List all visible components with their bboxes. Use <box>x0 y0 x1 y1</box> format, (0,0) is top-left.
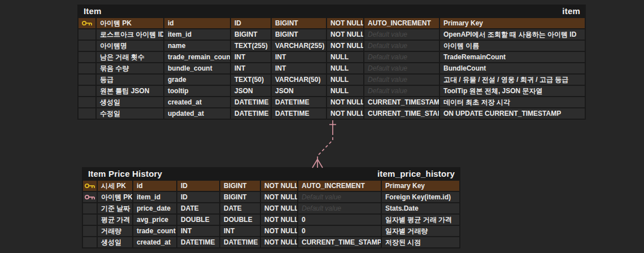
key-cell[interactable] <box>83 215 97 225</box>
column-default[interactable]: Default value <box>364 29 439 40</box>
column-nullable[interactable]: NOT NULL <box>327 18 363 28</box>
column-nullable[interactable]: NOT NULL <box>261 237 297 247</box>
column-label[interactable]: 거래량 <box>98 226 132 236</box>
column-type[interactable]: JSON <box>272 86 326 96</box>
column-comment[interactable]: OpenAPI에서 조회할 때 사용하는 아이템 ID <box>440 29 585 40</box>
column-domain[interactable]: ID <box>231 18 271 28</box>
key-cell[interactable] <box>83 192 97 202</box>
column-default[interactable]: Default value <box>364 63 439 73</box>
column-label[interactable]: 아이템 PK <box>98 192 132 202</box>
column-default[interactable]: CURRENT_TIME_STAMP <box>364 108 439 119</box>
column-name[interactable]: tooltip <box>164 86 230 96</box>
column-type[interactable]: BIGINT <box>272 29 326 40</box>
column-domain[interactable]: ID <box>177 181 219 191</box>
column-nullable[interactable]: NULL <box>327 63 363 73</box>
key-cell[interactable] <box>79 63 95 73</box>
column-type[interactable]: DATETIME <box>220 237 260 247</box>
column-default[interactable]: AUTO_INCREMENT <box>298 181 381 191</box>
column-name[interactable]: grade <box>164 75 230 85</box>
key-cell[interactable] <box>83 203 97 213</box>
column-nullable[interactable]: NOT NULL <box>327 108 363 119</box>
column-domain[interactable]: DATETIME <box>231 97 271 107</box>
column-comment[interactable]: 저장된 시점 <box>382 237 459 247</box>
column-label[interactable]: 평균 가격 <box>98 215 132 225</box>
column-name[interactable]: created_at <box>164 97 230 107</box>
key-cell[interactable] <box>83 181 97 191</box>
column-domain[interactable]: TEXT(255) <box>231 41 271 51</box>
table-item[interactable]: Item item 아이템 PKidIDBIGINTNOT NULLAUTO_I… <box>77 5 586 120</box>
column-comment[interactable]: TradeRemainCount <box>440 52 585 62</box>
column-label[interactable]: 등급 <box>97 75 163 85</box>
column-nullable[interactable]: NOT NULL <box>261 181 297 191</box>
column-nullable[interactable]: NULL <box>327 52 363 62</box>
column-label[interactable]: 아이템명 <box>97 41 163 51</box>
column-domain[interactable]: INT <box>231 63 271 73</box>
column-label[interactable]: 로스트아크 아이템 ID <box>97 29 163 40</box>
table-item-title-bar[interactable]: Item item <box>77 5 586 17</box>
column-comment[interactable]: Primary Key <box>440 18 585 28</box>
column-label[interactable]: 생성일 <box>97 97 163 107</box>
column-domain[interactable]: INT <box>177 226 219 236</box>
table-item-price-history[interactable]: Item Price History item_price_history 시세… <box>82 167 460 248</box>
column-label[interactable]: 기준 날짜 <box>98 203 132 213</box>
column-nullable[interactable]: NOT NULL <box>327 97 363 107</box>
column-domain[interactable]: DATE <box>177 203 219 213</box>
column-type[interactable]: VARCHAR(255) <box>272 41 326 51</box>
column-label[interactable]: 묶음 수량 <box>97 63 163 73</box>
column-default[interactable]: Default value <box>298 192 381 202</box>
key-cell[interactable] <box>79 108 95 119</box>
table-row[interactable]: 생성일created_atDATETIMEDATETIMENOT NULLCUR… <box>79 97 585 107</box>
table-row[interactable]: 수정일updated_atDATETIMEDATETIMENOT NULLCUR… <box>79 108 585 119</box>
column-default[interactable]: CURRENT_TIME_STAMP <box>298 237 381 247</box>
column-comment[interactable]: 일자별 평균 거래 가격 <box>382 215 459 225</box>
column-name[interactable]: item_id <box>164 29 230 40</box>
column-type[interactable]: BIGINT <box>220 192 260 202</box>
column-comment[interactable]: 데이터 최초 저장 시각 <box>440 97 585 107</box>
column-label[interactable]: 시세 PK <box>98 181 132 191</box>
column-nullable[interactable]: NOT NULL <box>261 192 297 202</box>
table-row[interactable]: 남은 거래 횟수trade_remain_countINTINTNULLDefa… <box>79 52 585 62</box>
key-cell[interactable] <box>79 86 95 96</box>
column-nullable[interactable]: NOT NULL <box>327 41 363 51</box>
column-nullable[interactable]: NOT NULL <box>327 29 363 40</box>
column-default[interactable]: Default value <box>364 52 439 62</box>
column-type[interactable]: INT <box>272 63 326 73</box>
key-cell[interactable] <box>83 226 97 236</box>
key-cell[interactable] <box>79 18 95 28</box>
column-name[interactable]: item_id <box>133 192 176 202</box>
column-comment[interactable]: 고대 / 유물 / 전설 / 영웅 / 희귀 / 고급 등급 <box>440 75 585 85</box>
column-default[interactable]: Default value <box>364 41 439 51</box>
column-type[interactable]: INT <box>272 52 326 62</box>
column-nullable[interactable]: NULL <box>327 86 363 96</box>
key-cell[interactable] <box>79 75 95 85</box>
column-nullable[interactable]: NOT NULL <box>261 215 297 225</box>
column-label[interactable]: 생성일 <box>98 237 132 247</box>
column-name[interactable]: id <box>164 18 230 28</box>
column-type[interactable]: DATE <box>220 203 260 213</box>
key-cell[interactable] <box>79 41 95 51</box>
table-row[interactable]: 묶음 수량bundle_countINTINTNULLDefault value… <box>79 63 585 73</box>
table-row[interactable]: 등급gradeTEXT(50)VARCHAR(50)NULLDefault va… <box>79 75 585 85</box>
column-name[interactable]: created_at <box>133 237 176 247</box>
column-type[interactable]: BIGINT <box>220 181 260 191</box>
table-row[interactable]: 생성일created_atDATETIMEDATETIMENOT NULLCUR… <box>83 237 459 247</box>
key-cell[interactable] <box>79 29 95 40</box>
key-cell[interactable] <box>79 97 95 107</box>
column-name[interactable]: trade_remain_count <box>164 52 230 62</box>
table-row[interactable]: 로스트아크 아이템 IDitem_idBIGINTBIGINTNOT NULLD… <box>79 29 585 40</box>
column-type[interactable]: DOUBLE <box>220 215 260 225</box>
column-comment[interactable]: ToolTip 원본 전체, JSON 문자열 <box>440 86 585 96</box>
column-type[interactable]: BIGINT <box>272 18 326 28</box>
column-label[interactable]: 원본 툴팁 JSON <box>97 86 163 96</box>
column-type[interactable]: DATETIME <box>272 97 326 107</box>
column-domain[interactable]: TEXT(50) <box>231 75 271 85</box>
column-comment[interactable]: 일자별 거래량 <box>382 226 459 236</box>
column-nullable[interactable]: NOT NULL <box>261 203 297 213</box>
column-default[interactable]: 0 <box>298 215 381 225</box>
column-type[interactable]: VARCHAR(50) <box>272 75 326 85</box>
table-row[interactable]: 거래량trade_countINTINTNOT NULL0일자별 거래량 <box>83 226 459 236</box>
column-nullable[interactable]: NULL <box>327 75 363 85</box>
column-domain[interactable]: DOUBLE <box>177 215 219 225</box>
column-name[interactable]: updated_at <box>164 108 230 119</box>
column-label[interactable]: 아이템 PK <box>97 18 163 28</box>
